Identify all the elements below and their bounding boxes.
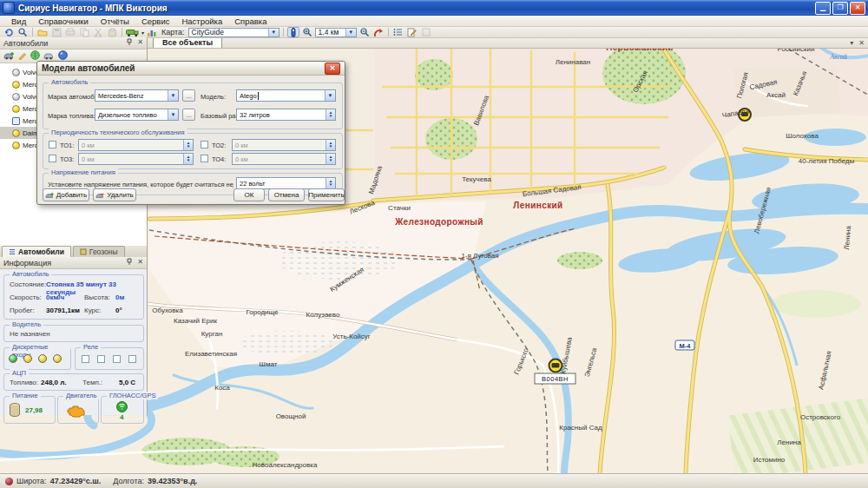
map-label: Аксай <box>829 53 847 61</box>
zoom-in-icon[interactable] <box>301 27 313 37</box>
tab-vehicles[interactable]: Автомобили <box>2 246 71 257</box>
chevron-down-icon[interactable]: ▼ <box>168 109 178 120</box>
menu-item-0[interactable]: Вид <box>5 16 32 27</box>
relay-checkbox[interactable] <box>82 355 89 363</box>
relay-checkbox[interactable] <box>97 355 105 363</box>
menu-item-1[interactable]: Справочники <box>32 16 95 27</box>
delete-button[interactable]: Удалить <box>93 188 136 201</box>
title-bar[interactable]: Сириус Навигатор - МПК Виктория ▁ ❐ ✕ <box>0 0 868 16</box>
discrete-input-led <box>23 354 32 363</box>
consumption-value: 32 литров <box>240 111 270 119</box>
cut-icon <box>92 27 104 37</box>
car-models-dialog: Модели автомобилей ✕ Автомобиль Марка ав… <box>36 61 345 205</box>
close-button[interactable]: ✕ <box>850 2 865 15</box>
chart-icon[interactable] <box>146 27 158 37</box>
info-group-engine: Двигатель <box>57 396 99 424</box>
tab-scroll-icon[interactable]: ▾ <box>850 39 853 47</box>
pin-icon[interactable] <box>126 258 133 267</box>
relay-checkbox[interactable] <box>128 355 136 363</box>
minimize-button[interactable]: ▁ <box>815 2 831 15</box>
to1-checkbox[interactable] <box>49 141 56 148</box>
chevron-down-icon[interactable]: ▼ <box>268 29 279 36</box>
consumption-spinner[interactable]: 32 литров ▲▼ <box>236 109 336 121</box>
course-label: Курс: <box>84 307 101 314</box>
brand-browse-button[interactable]: … <box>182 89 195 102</box>
gps-icon <box>116 401 128 414</box>
info-group-power: Питание 27,98 <box>3 396 56 424</box>
discrete-input-led <box>53 354 62 363</box>
to3-checkbox[interactable] <box>49 155 56 162</box>
voltage-spinner[interactable]: 22 вольт ▲▼ <box>236 177 336 189</box>
temperature-label: Темп.: <box>82 379 102 386</box>
menu-item-2[interactable]: Отчёты <box>95 16 135 27</box>
close-panel-icon[interactable]: ✕ <box>137 258 143 267</box>
chevron-down-icon[interactable]: ▼ <box>325 90 335 101</box>
pin-icon[interactable] <box>126 38 133 48</box>
vehicle-status-icon <box>12 81 20 89</box>
maximize-button[interactable]: ❐ <box>832 2 848 15</box>
vehicle-status-icon <box>12 105 20 113</box>
svg-text:М-4: М-4 <box>680 342 692 350</box>
track-toggle-icon[interactable] <box>287 27 299 37</box>
spinner-arrows-icon[interactable]: ▲▼ <box>326 109 335 120</box>
map-label: Казачий Ерик <box>174 317 218 325</box>
zoom-scale-combo[interactable]: 1.4 км ▼ <box>315 28 357 37</box>
mileage-value: 30791,1км <box>46 307 80 314</box>
relay-checkbox[interactable] <box>113 355 121 363</box>
fuel-type-combo[interactable]: Дизельное топливо ▼ <box>95 109 179 121</box>
geozone-icon <box>80 248 87 255</box>
to4-label: ТО4: <box>212 155 226 163</box>
info-group-gps: ГЛОНАСС/GPS 4 <box>101 396 144 424</box>
chevron-down-icon[interactable]: ▼ <box>345 29 356 36</box>
open-folder-icon[interactable] <box>36 27 49 37</box>
refresh-icon[interactable] <box>3 27 15 37</box>
list-icon[interactable] <box>392 27 404 37</box>
apply-button[interactable]: Применить <box>308 188 345 201</box>
spinner-arrows-icon[interactable]: ▲▼ <box>326 178 335 188</box>
info-panel-header: Информация ✕ <box>0 257 147 269</box>
dialog-close-icon[interactable]: ✕ <box>325 63 340 75</box>
vehicle-card-icon[interactable] <box>43 51 55 62</box>
map-label: 40-летия Победы <box>799 157 855 165</box>
model-value: Atego <box>240 92 257 100</box>
menu-item-4[interactable]: Настройка <box>175 16 228 27</box>
edit-icon[interactable] <box>406 27 418 37</box>
copy-icon <box>78 27 90 37</box>
voltage-hint: Установите напряжение питания, которое б… <box>48 181 233 188</box>
cancel-button[interactable]: Отмена <box>268 188 305 201</box>
map-label: Текучева <box>462 175 491 183</box>
left-dock-tabs: Автомобили Геозоны <box>0 246 148 257</box>
model-combo[interactable]: Atego ▼ <box>236 89 336 102</box>
engine-icon <box>66 403 89 419</box>
vehicle-status-icon <box>12 93 20 101</box>
info-panel: Информация ✕ Автомобиль Состояние: Стоян… <box>0 257 148 415</box>
truck-dropdown-icon[interactable]: ▾ <box>126 27 144 37</box>
map-select-combo[interactable]: CityGuide ▼ <box>188 28 279 37</box>
menu-item-3[interactable]: Сервис <box>135 16 176 27</box>
zoom-out-icon[interactable] <box>358 27 371 37</box>
menu-item-5[interactable]: Справка <box>228 16 273 27</box>
to4-checkbox[interactable] <box>201 155 208 162</box>
fuel-browse-button[interactable]: … <box>182 109 195 121</box>
tab-close-icon[interactable]: ✕ <box>858 39 865 47</box>
discrete-input-led <box>9 354 17 363</box>
state-label: Состояние: <box>10 280 46 288</box>
chevron-down-icon[interactable]: ▼ <box>168 90 178 101</box>
map-label: Коса <box>214 384 230 392</box>
map-label: Шмат <box>260 360 278 368</box>
add-button[interactable]: Добавить <box>43 188 89 201</box>
locate-icon[interactable] <box>372 27 385 37</box>
add-vehicle-icon[interactable] <box>3 51 15 62</box>
edit-vehicle-icon[interactable] <box>18 51 27 62</box>
search-icon[interactable] <box>16 27 29 37</box>
to2-checkbox[interactable] <box>201 141 208 148</box>
map-label: Железнодорожный <box>394 217 483 227</box>
brand-combo[interactable]: Mercedes-Benz ▼ <box>95 89 179 102</box>
tab-geozones[interactable]: Геозоны <box>73 246 125 257</box>
save-icon <box>50 27 62 37</box>
ok-button[interactable]: ОК <box>233 188 265 201</box>
map-label: Красный Сад <box>559 424 602 432</box>
map-select-value: CityGuide <box>192 28 224 36</box>
dialog-title-bar[interactable]: Модели автомобилей ✕ <box>37 62 345 76</box>
close-panel-icon[interactable]: ✕ <box>137 38 143 48</box>
